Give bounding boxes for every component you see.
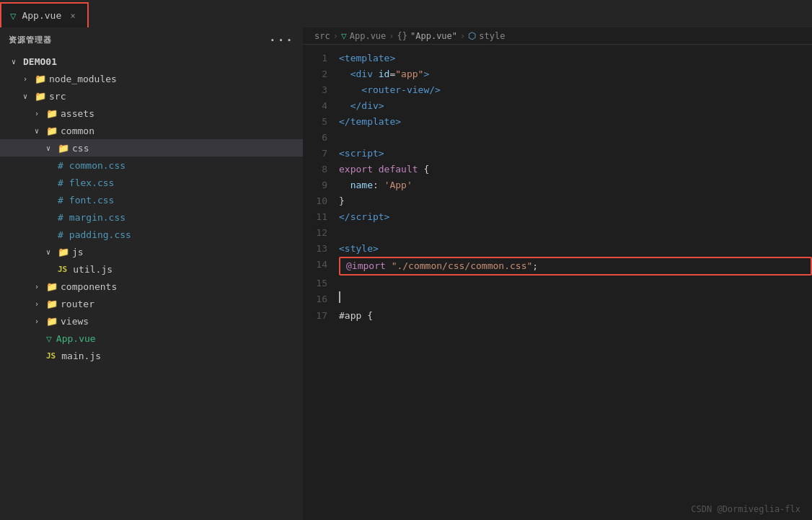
sidebar-header: 资源管理器 ··· (0, 27, 303, 53)
watermark: CSDN @Dormiveglia-flx (691, 504, 800, 514)
line-number-17: 17 (303, 308, 339, 324)
line-content-17: #app { (339, 308, 812, 324)
arrow-icon: ∨ (35, 127, 46, 135)
breadcrumb-sep1: › (333, 31, 338, 41)
line-number-7: 7 (303, 146, 339, 162)
line-content-2: <div id="app"> (339, 66, 812, 82)
code-line-17: 17 #app { (303, 308, 812, 324)
tree-label-common: common (61, 125, 94, 136)
tree-label-demo01: DEMO01 (23, 56, 57, 67)
tree-label-margin-css: margin.css (69, 212, 125, 223)
app-vue-tab[interactable]: ▽ App.vue × (0, 2, 89, 27)
folder-icon: 📁 (58, 247, 69, 257)
line-content-11: </script> (339, 209, 812, 225)
code-line-10: 10 } (303, 193, 812, 209)
tree-item-views[interactable]: › 📁 views (0, 312, 303, 330)
breadcrumb-vue-icon: ▽ (341, 30, 347, 41)
breadcrumb-sep2: › (389, 31, 394, 41)
tree-item-util-js[interactable]: JS util.js (0, 260, 303, 278)
breadcrumb-quote: "App.vue" (410, 31, 457, 41)
line-content-7: <script> (339, 146, 812, 162)
tree-label-flex-css: flex.css (69, 177, 115, 188)
code-line-11: 11 </script> (303, 209, 812, 225)
tree-label-views: views (61, 316, 89, 327)
js-icon: JS (46, 351, 56, 361)
code-editor[interactable]: 1 <template> 2 <div id="app"> 3 <router-… (303, 45, 812, 520)
tree-item-node-modules[interactable]: › 📁 node_modules (0, 70, 303, 87)
line-content-1: <template> (339, 50, 812, 66)
tree-item-router[interactable]: › 📁 router (0, 295, 303, 312)
tab-bar: ▽ App.vue × (0, 0, 812, 27)
line-number-14: 14 (303, 257, 339, 273)
line-number-9: 9 (303, 177, 339, 193)
code-line-16: 16 (303, 291, 812, 308)
line-content-10: } (339, 193, 812, 209)
tree-label-css: css (72, 143, 89, 154)
vue-icon: ▽ (46, 333, 52, 344)
folder-icon: 📁 (58, 143, 69, 154)
line-number-10: 10 (303, 193, 339, 209)
line-content-9: name: 'App' (339, 177, 812, 193)
tree-label-padding-css: padding.css (69, 229, 131, 240)
css-icon: # (58, 195, 63, 206)
line-content-16 (339, 291, 812, 308)
sidebar: 资源管理器 ··· ∨ DEMO01 › 📁 node_modules (0, 27, 303, 520)
tree-label-src: src (49, 91, 66, 102)
folder-icon: 📁 (46, 281, 58, 292)
tree-item-css[interactable]: ∨ 📁 css (0, 139, 303, 157)
code-line-15: 15 (303, 276, 812, 291)
tree-label-js: js (72, 247, 84, 257)
tree-label-common-css: common.css (69, 160, 125, 171)
breadcrumb: src › ▽ App.vue › {} "App.vue" › ⬡ style (303, 27, 812, 45)
sidebar-more-button[interactable]: ··· (269, 33, 294, 47)
line-content-14: @import "./common/css/common.css"; (339, 257, 812, 276)
line-number-4: 4 (303, 98, 339, 114)
folder-icon: 📁 (46, 316, 58, 327)
breadcrumb-style-label: style (479, 31, 505, 41)
breadcrumb-obj: {} (397, 31, 407, 41)
code-line-14: 14 @import "./common/css/common.css"; (303, 257, 812, 276)
arrow-icon: ∨ (23, 92, 35, 100)
tree-item-components[interactable]: › 📁 components (0, 278, 303, 295)
css-icon: # (58, 177, 63, 188)
tree-item-common-css[interactable]: # common.css (0, 157, 303, 174)
tab-label: App.vue (22, 10, 61, 21)
js-icon: JS (58, 265, 67, 274)
breadcrumb-sep3: › (460, 31, 465, 41)
line-content-5: </template> (339, 114, 812, 130)
tree-item-js[interactable]: ∨ 📁 js (0, 243, 303, 260)
line-number-15: 15 (303, 276, 339, 291)
line-number-2: 2 (303, 66, 339, 82)
tree-item-assets[interactable]: › 📁 assets (0, 105, 303, 122)
tree-label-app-vue: App.vue (56, 333, 96, 344)
tree-item-demo01[interactable]: ∨ DEMO01 (0, 53, 303, 70)
tab-close-button[interactable]: × (67, 10, 79, 22)
arrow-icon: › (35, 300, 46, 308)
line-number-12: 12 (303, 225, 339, 241)
tree-label-util-js: util.js (73, 264, 112, 275)
sidebar-tree: ∨ DEMO01 › 📁 node_modules ∨ 📁 (0, 53, 303, 520)
code-line-9: 9 name: 'App' (303, 177, 812, 193)
tree-item-font-css[interactable]: # font.css (0, 191, 303, 208)
breadcrumb-file: App.vue (350, 31, 387, 41)
vue-icon: ▽ (10, 10, 16, 22)
tree-label-node-modules: node_modules (49, 74, 117, 84)
tree-item-main-js[interactable]: JS main.js (0, 347, 303, 364)
tree-item-padding-css[interactable]: # padding.css (0, 226, 303, 243)
tree-item-src[interactable]: ∨ 📁 src (0, 87, 303, 105)
line-number-13: 13 (303, 241, 339, 257)
tree-item-margin-css[interactable]: # margin.css (0, 208, 303, 226)
tree-item-flex-css[interactable]: # flex.css (0, 174, 303, 191)
tree-label-assets: assets (61, 108, 94, 119)
code-line-5: 5 </template> (303, 114, 812, 130)
folder-icon: 📁 (46, 125, 58, 136)
line-number-11: 11 (303, 209, 339, 225)
tree-item-app-vue[interactable]: ▽ App.vue (0, 330, 303, 347)
line-content-4: </div> (339, 98, 812, 114)
tree-item-common[interactable]: ∨ 📁 common (0, 122, 303, 139)
line-number-1: 1 (303, 50, 339, 66)
css-icon: # (58, 160, 63, 171)
line-number-5: 5 (303, 114, 339, 130)
arrow-icon: › (35, 317, 46, 325)
arrow-icon: ∨ (46, 144, 58, 152)
